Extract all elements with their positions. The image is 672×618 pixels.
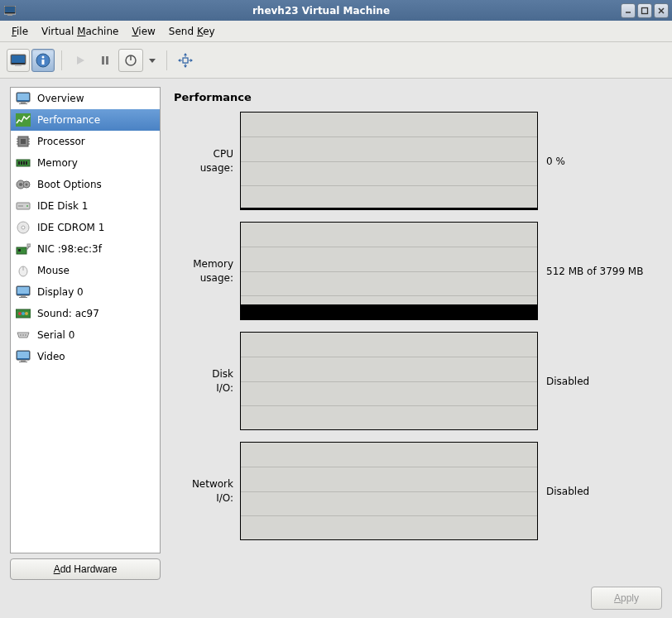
close-button[interactable] [654, 3, 669, 18]
svg-rect-4 [642, 7, 648, 13]
chart-value-1: 512 MB of 3799 MB [538, 266, 662, 277]
pause-button[interactable] [94, 49, 117, 72]
sidebar-item-label: IDE CDROM 1 [37, 222, 104, 233]
sidebar-item-boot-options[interactable]: Boot Options [11, 174, 160, 195]
chart-graph-0 [240, 112, 538, 210]
sidebar-item-label: NIC :98:ec:3f [37, 243, 102, 255]
svg-point-69 [20, 334, 22, 336]
sidebar-item-mouse[interactable]: Mouse [11, 260, 160, 281]
sidebar-item-label: Serial 0 [37, 329, 74, 341]
toolbar [0, 42, 672, 79]
main-panel: Performance CPUusage:0 %Memoryusage:512 … [174, 87, 662, 580]
sidebar-item-processor[interactable]: Processor [11, 131, 160, 152]
maximize-button[interactable] [637, 3, 652, 18]
chart-label-1: Memoryusage: [174, 257, 240, 284]
app-icon [3, 4, 17, 17]
svg-point-71 [25, 334, 26, 336]
sidebar-item-overview[interactable]: Overview [11, 88, 160, 109]
add-hardware-button[interactable]: Add Hardware [10, 558, 161, 580]
sidebar-item-label: Memory [37, 157, 78, 169]
disk-icon [16, 199, 31, 213]
chart-value-0: 0 % [538, 156, 662, 167]
svg-rect-75 [19, 362, 27, 362]
menu-file[interactable]: File [5, 23, 35, 40]
sidebar-item-sound-ac97[interactable]: Sound: ac97 [11, 303, 160, 324]
sidebar-item-video[interactable]: Video [11, 346, 160, 367]
svg-rect-56 [18, 249, 21, 252]
menu-virtual-machine[interactable]: Virtual Machine [35, 23, 125, 40]
toolbar-separator [61, 50, 62, 70]
content-area: OverviewPerformanceProcessorMemoryBoot O… [0, 79, 672, 587]
svg-marker-25 [178, 59, 180, 62]
network-icon [16, 242, 31, 256]
titlebar: rhevh23 Virtual Machine [0, 0, 672, 21]
chart-graph-1 [240, 222, 538, 320]
svg-rect-42 [18, 161, 20, 165]
svg-rect-30 [21, 102, 26, 103]
cdrom-icon [16, 220, 31, 235]
svg-marker-23 [184, 65, 187, 68]
panel-heading: Performance [174, 87, 662, 112]
sidebar-item-ide-disk-1[interactable]: IDE Disk 1 [11, 195, 160, 217]
svg-rect-34 [21, 139, 26, 144]
sidebar-item-display-0[interactable]: Display 0 [11, 281, 160, 303]
svg-point-51 [26, 205, 28, 207]
svg-rect-9 [15, 65, 22, 66]
sidebar-item-ide-cdrom-1[interactable]: IDE CDROM 1 [11, 217, 160, 238]
svg-point-49 [26, 184, 28, 186]
svg-rect-29 [17, 93, 29, 100]
chart-label-2: DiskI/O: [174, 367, 240, 394]
sidebar-item-label: Boot Options [37, 179, 102, 190]
window-controls [621, 3, 669, 18]
toolbar-separator-2 [166, 50, 167, 70]
svg-rect-15 [106, 56, 108, 65]
sidebar-item-serial-0[interactable]: Serial 0 [11, 324, 160, 346]
svg-point-67 [22, 312, 25, 315]
run-button[interactable] [69, 49, 92, 72]
power-button[interactable] [118, 49, 143, 72]
fullscreen-button[interactable] [174, 49, 197, 72]
svg-rect-64 [19, 297, 27, 298]
svg-point-68 [25, 312, 28, 315]
menu-view[interactable]: View [125, 23, 161, 40]
sidebar-item-label: Processor [37, 136, 85, 147]
svg-rect-74 [21, 360, 26, 362]
svg-rect-63 [21, 295, 26, 297]
console-button[interactable] [7, 49, 30, 72]
performance-charts: CPUusage:0 %Memoryusage:512 MB of 3799 M… [174, 112, 662, 540]
svg-rect-52 [18, 205, 23, 207]
chart-value-3: Disabled [538, 486, 662, 497]
svg-rect-12 [42, 60, 45, 65]
svg-point-47 [19, 183, 22, 186]
chart-graph-2 [240, 332, 538, 430]
menu-send-key[interactable]: Send Key [162, 23, 222, 40]
svg-marker-18 [149, 59, 156, 63]
mouse-icon [16, 263, 31, 278]
details-button[interactable] [31, 49, 55, 72]
svg-point-70 [22, 334, 24, 336]
svg-rect-58 [27, 244, 31, 247]
power-menu-button[interactable] [145, 49, 160, 72]
svg-rect-8 [12, 55, 25, 63]
svg-rect-14 [102, 56, 104, 65]
sidebar-item-label: Overview [37, 93, 84, 104]
sidebar-item-memory[interactable]: Memory [11, 152, 160, 174]
svg-point-66 [18, 312, 22, 315]
svg-rect-43 [21, 161, 22, 165]
video-icon [16, 349, 31, 364]
sidebar-item-label: Mouse [37, 265, 70, 276]
svg-rect-32 [16, 113, 31, 127]
svg-rect-55 [17, 247, 26, 254]
boot-options-icon [16, 177, 31, 192]
sidebar-item-performance[interactable]: Performance [11, 109, 160, 131]
svg-marker-27 [190, 59, 193, 62]
sidebar-item-nic-98-ec-3f[interactable]: NIC :98:ec:3f [11, 238, 160, 260]
chart-value-2: Disabled [538, 376, 662, 387]
svg-point-11 [42, 55, 45, 58]
sidebar-list: OverviewPerformanceProcessorMemoryBoot O… [10, 87, 161, 553]
svg-rect-73 [17, 352, 29, 358]
sidebar-item-label: Video [37, 351, 65, 362]
minimize-button[interactable] [621, 3, 636, 18]
chart-label-0: CPUusage: [174, 147, 240, 174]
chart-graph-3 [240, 442, 538, 540]
